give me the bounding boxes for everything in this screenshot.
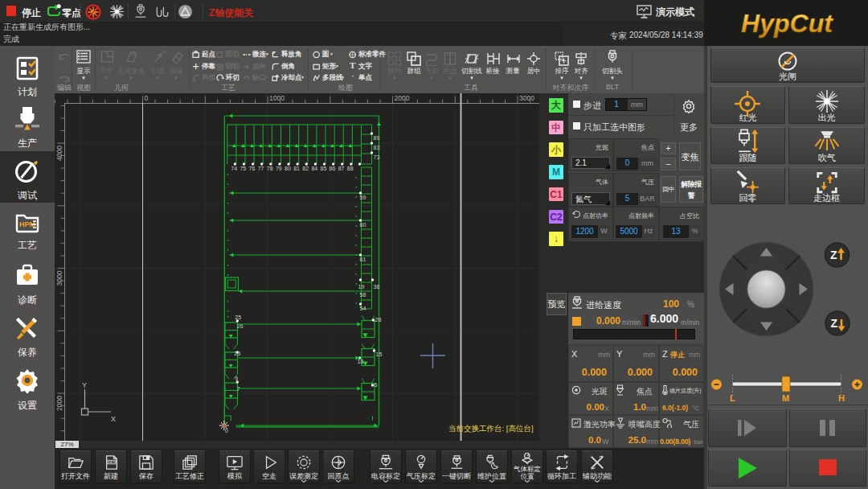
- svg-text:18: 18: [358, 359, 364, 364]
- svg-text:61: 61: [360, 257, 366, 262]
- svg-text:75: 75: [240, 166, 246, 171]
- svg-text:86: 86: [330, 166, 336, 171]
- svg-text:L: L: [730, 393, 735, 403]
- svg-text:28: 28: [375, 317, 382, 323]
- svg-text:Y: Y: [82, 381, 87, 389]
- svg-text:HypCut: HypCut: [741, 9, 833, 38]
- svg-text:25: 25: [235, 314, 241, 320]
- svg-text:82: 82: [302, 166, 309, 171]
- svg-text:4000: 4000: [55, 146, 63, 161]
- svg-text:77: 77: [258, 166, 264, 171]
- svg-text:9: 9: [235, 376, 238, 381]
- svg-text:2000: 2000: [55, 396, 63, 411]
- svg-text:88: 88: [347, 166, 354, 171]
- svg-text:H: H: [838, 393, 845, 403]
- svg-text:NEW: NEW: [108, 460, 117, 464]
- svg-text:81: 81: [293, 166, 300, 171]
- svg-text:84: 84: [311, 166, 317, 171]
- svg-text:85: 85: [320, 166, 326, 171]
- svg-text:54: 54: [360, 306, 366, 311]
- svg-text:Z: Z: [831, 317, 838, 330]
- svg-text:83: 83: [374, 145, 380, 150]
- svg-text:60: 60: [360, 222, 366, 228]
- svg-text:80: 80: [285, 166, 291, 171]
- svg-text:X: X: [111, 415, 116, 423]
- svg-text:58: 58: [360, 292, 366, 298]
- svg-text:Z: Z: [830, 249, 837, 261]
- svg-text:38: 38: [374, 284, 380, 290]
- svg-text:3000: 3000: [55, 270, 63, 286]
- svg-text:78: 78: [267, 166, 273, 171]
- svg-text:当前交换工作台: [高位台]: 当前交换工作台: [高位台]: [448, 424, 534, 433]
- svg-text:23: 23: [234, 351, 240, 356]
- svg-text:76: 76: [249, 166, 256, 171]
- svg-text:19: 19: [358, 284, 365, 290]
- svg-text:87: 87: [338, 166, 345, 171]
- svg-text:73: 73: [374, 154, 380, 160]
- svg-text:3000: 3000: [519, 94, 534, 102]
- svg-text:6: 6: [375, 382, 378, 388]
- svg-text:15: 15: [376, 351, 383, 357]
- svg-text:0: 0: [145, 94, 149, 102]
- svg-text:74: 74: [231, 166, 237, 171]
- svg-text:0: 0: [225, 428, 228, 434]
- svg-text:59: 59: [360, 195, 366, 200]
- svg-text:79: 79: [276, 166, 282, 171]
- svg-text:M: M: [782, 393, 789, 403]
- svg-text:2000: 2000: [395, 94, 410, 102]
- svg-text:1000: 1000: [269, 94, 285, 102]
- svg-text:89: 89: [374, 135, 380, 141]
